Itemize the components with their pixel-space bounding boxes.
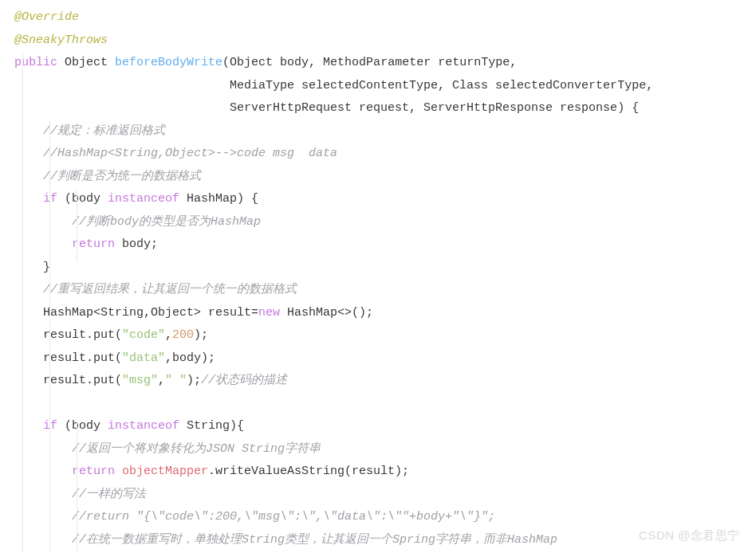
code-line: result.put("msg"," ");//状态码的描述	[14, 370, 756, 393]
code-line: //HashMap<String,Object>-->code msg data	[14, 143, 756, 166]
code-line: result.put("code",200);	[14, 324, 756, 347]
code-line: public Object beforeBodyWrite(Object bod…	[14, 52, 756, 75]
code-line: if (body instanceof String){	[14, 415, 756, 438]
code-line: @SneakyThrows	[14, 29, 756, 53]
code-line: HashMap<String,Object> result=new HashMa…	[14, 302, 756, 325]
code-line: MediaType selectedContentType, Class sel…	[14, 75, 756, 98]
code-line: //返回一个将对象转化为JSON String字符串	[14, 438, 756, 461]
code-block: @Override @SneakyThrows public Object be…	[14, 6, 756, 553]
code-line: ServerHttpRequest request, ServerHttpRes…	[14, 97, 756, 120]
code-line: //判断是否为统一的数据格式	[14, 166, 756, 189]
code-line: }	[14, 257, 756, 280]
code-line: if (body instanceof HashMap) {	[14, 188, 756, 211]
code-line: result.put("data",body);	[14, 347, 756, 371]
code-line: //规定：标准返回格式	[14, 120, 756, 143]
code-line	[14, 393, 756, 416]
code-line: //判断body的类型是否为HashMap	[14, 211, 756, 234]
code-line: //一样的写法	[14, 484, 756, 507]
code-line: return objectMapper.writeValueAsString(r…	[14, 461, 756, 484]
code-line: @Override	[14, 6, 756, 29]
code-line: return body;	[14, 233, 756, 257]
watermark-text: CSDN @念君思宁	[639, 524, 740, 547]
code-line: //重写返回结果，让其返回一个统一的数据格式	[14, 279, 756, 302]
